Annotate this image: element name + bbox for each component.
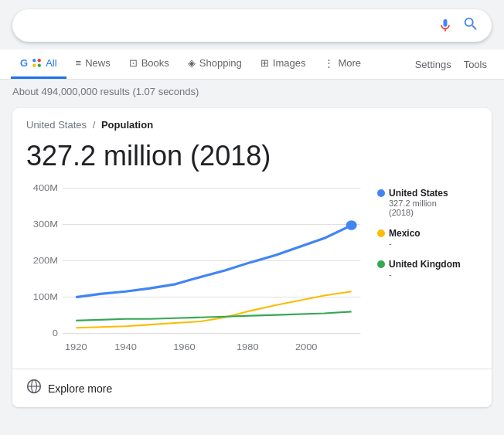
images-icon: ⊞ — [261, 57, 269, 69]
mexico-legend-label: Mexico — [389, 228, 421, 239]
tab-books[interactable]: ⊡ Books — [120, 49, 179, 79]
legend-mexico: Mexico - — [377, 228, 478, 248]
tab-more[interactable]: ⋮ More — [315, 49, 370, 79]
svg-text:1920: 1920 — [65, 342, 87, 352]
svg-point-1 — [38, 59, 41, 62]
us-dot — [377, 189, 385, 197]
breadcrumb-current: Population — [101, 119, 153, 131]
chart-area: 400M 300M 200M 100M 0 1920 1940 1960 198… — [26, 180, 369, 358]
tab-more-label: More — [338, 57, 361, 69]
explore-icon — [26, 379, 42, 398]
tab-all-label: All — [46, 57, 56, 69]
google-icon — [32, 58, 42, 68]
tab-images-label: Images — [273, 57, 306, 69]
legend-us: United States 327.2 million(2018) — [377, 188, 478, 217]
tab-books-label: Books — [141, 57, 169, 69]
svg-text:400M: 400M — [33, 182, 58, 192]
chart-container: 400M 300M 200M 100M 0 1920 1940 1960 198… — [12, 180, 492, 369]
results-count: About 494,000,000 results (1.07 seconds) — [12, 86, 199, 97]
tab-shopping-label: Shopping — [199, 57, 242, 69]
tab-all[interactable]: G All — [11, 49, 66, 79]
shopping-icon: ◈ — [188, 57, 196, 69]
search-icon[interactable] — [462, 15, 479, 36]
mexico-legend-sub: - — [389, 239, 478, 248]
more-icon: ⋮ — [324, 57, 334, 69]
svg-point-3 — [38, 64, 41, 67]
search-bar: population of the united states — [12, 9, 492, 42]
all-tab-icon: G — [20, 57, 28, 69]
population-headline: 327.2 million (2018) — [12, 135, 492, 180]
uk-legend-label: United Kingdom — [389, 259, 461, 270]
breadcrumb-link[interactable]: United States — [26, 119, 87, 131]
uk-dot — [377, 260, 385, 268]
chart-legend: United States 327.2 million(2018) Mexico… — [377, 180, 478, 358]
tools-link[interactable]: Tools — [458, 51, 493, 78]
tab-shopping[interactable]: ◈ Shopping — [179, 49, 251, 79]
uk-legend-sub: - — [389, 270, 478, 279]
tab-news-label: News — [85, 57, 111, 69]
breadcrumb: United States / Population — [12, 108, 492, 135]
svg-text:200M: 200M — [33, 255, 58, 265]
books-icon: ⊡ — [129, 57, 138, 69]
us-legend-label: United States — [389, 188, 448, 199]
tab-news[interactable]: ≡ News — [66, 49, 120, 79]
svg-point-2 — [32, 64, 36, 67]
svg-text:1960: 1960 — [173, 342, 196, 352]
settings-link[interactable]: Settings — [409, 51, 458, 78]
svg-text:100M: 100M — [33, 291, 58, 301]
svg-text:1940: 1940 — [114, 342, 137, 352]
svg-text:0: 0 — [53, 328, 58, 338]
explore-more[interactable]: Explore more — [12, 369, 492, 407]
mic-icon[interactable] — [438, 18, 453, 33]
chart-svg: 400M 300M 200M 100M 0 1920 1940 1960 198… — [26, 180, 369, 358]
svg-text:300M: 300M — [33, 219, 58, 229]
explore-more-label: Explore more — [48, 382, 112, 395]
legend-uk: United Kingdom - — [377, 259, 478, 279]
svg-text:2000: 2000 — [295, 342, 318, 352]
tab-images[interactable]: ⊞ Images — [251, 49, 315, 79]
mexico-dot — [377, 229, 385, 237]
svg-point-0 — [32, 59, 36, 62]
search-input[interactable]: population of the united states — [25, 19, 438, 32]
search-icons — [438, 15, 479, 36]
main-card: United States / Population 327.2 million… — [12, 108, 492, 407]
news-icon: ≡ — [76, 57, 82, 69]
nav-tabs: G All ≡ News ⊡ Books ◈ Shopping ⊞ Images… — [0, 49, 504, 80]
us-legend-sub: 327.2 million(2018) — [389, 199, 478, 217]
svg-text:1980: 1980 — [237, 342, 259, 352]
results-info: About 494,000,000 results (1.07 seconds) — [0, 80, 504, 104]
breadcrumb-separator: / — [93, 119, 96, 131]
svg-point-19 — [346, 220, 357, 230]
